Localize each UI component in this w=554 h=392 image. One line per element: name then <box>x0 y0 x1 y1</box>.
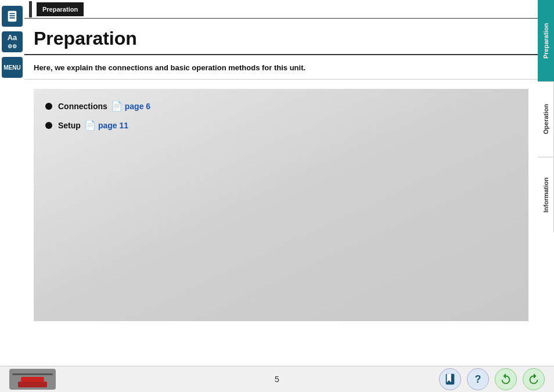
back-icon <box>499 373 512 386</box>
page-title: Preparation <box>24 19 538 55</box>
tab-operation-label: Operation <box>542 105 549 135</box>
bullet-icon-setup <box>45 122 52 129</box>
setup-link[interactable]: 📄 page 11 <box>84 120 128 131</box>
list-item-setup: Setup 📄 page 11 <box>45 120 517 131</box>
sidebar-book-button[interactable] <box>2 6 23 27</box>
setup-page: page 11 <box>98 121 128 130</box>
page-description: Here, we explain the connections and bas… <box>24 55 538 80</box>
connections-label: Connections <box>58 102 107 111</box>
page-link-icon-setup: 📄 <box>84 120 96 131</box>
right-sidebar: Preparation Operation Information <box>538 0 554 366</box>
left-sidebar: Aa⚙⚙ MENU <box>0 0 24 366</box>
page-link-icon-connections: 📄 <box>111 100 123 112</box>
help-button[interactable]: ? <box>467 368 489 390</box>
sidebar-font-button[interactable]: Aa⚙⚙ <box>2 31 23 52</box>
tab-preparation-label: Preparation <box>542 23 549 58</box>
sidebar-menu-button[interactable]: MENU <box>2 57 23 78</box>
book-bottom-icon <box>444 373 456 386</box>
tab-information[interactable]: Information <box>538 157 554 232</box>
main-content: Preparation Preparation Here, we explain… <box>24 0 538 366</box>
tab-operation[interactable]: Operation <box>538 81 554 157</box>
font-icon: Aa⚙⚙ <box>8 34 17 51</box>
menu-icon: MENU <box>3 64 20 71</box>
header-tab-bar: Preparation <box>24 0 538 19</box>
page-number: 5 <box>275 375 279 384</box>
book-button[interactable] <box>439 368 461 390</box>
bullet-icon <box>45 103 52 110</box>
help-icon: ? <box>475 373 481 386</box>
connections-page: page 6 <box>125 102 150 111</box>
tab-indicator <box>29 1 32 17</box>
book-icon <box>6 10 19 23</box>
list-item-connections: Connections 📄 page 6 <box>45 100 517 112</box>
back-button[interactable] <box>495 368 517 390</box>
header-tab-label: Preparation <box>37 2 84 16</box>
forward-button[interactable] <box>523 368 545 390</box>
bottom-bar: 5 ? <box>0 366 554 392</box>
bottom-left <box>9 369 56 390</box>
tab-preparation[interactable]: Preparation <box>538 0 554 81</box>
forward-icon <box>527 373 540 386</box>
content-box: Connections 📄 page 6 Setup 📄 page 11 <box>34 89 528 321</box>
bottom-right-icons: ? <box>439 368 545 390</box>
device-thumbnail <box>9 369 56 390</box>
tab-information-label: Information <box>542 177 549 213</box>
connections-link[interactable]: 📄 page 6 <box>111 100 150 112</box>
setup-label: Setup <box>58 121 81 130</box>
